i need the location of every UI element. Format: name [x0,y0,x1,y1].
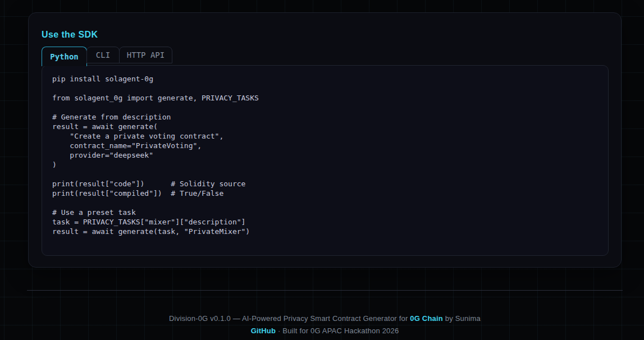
footer-credit-line: Division-0G v0.1.0 — AI-Powered Privacy … [27,315,623,323]
python-code-snippet: pip install solagent-0g from solagent_0g… [52,74,598,236]
tab-python[interactable]: Python [42,47,87,66]
site-footer: Division-0G v0.1.0 — AI-Powered Privacy … [27,290,623,335]
code-snippet-panel: pip install solagent-0g from solagent_0g… [42,65,609,256]
footer-hackathon-line: GitHub · Built for 0G APAC Hackathon 202… [27,327,623,335]
github-link[interactable]: GitHub [251,327,276,335]
footer-hackathon-text: · Built for 0G APAC Hackathon 2026 [276,327,399,335]
tab-http-api-label: HTTP API [127,50,165,59]
tab-http-api[interactable]: HTTP API [119,47,172,63]
footer-credit-author: by Sunima [443,314,481,323]
footer-credit-text: Division-0G v0.1.0 — AI-Powered Privacy … [169,314,410,323]
sdk-card: Use the SDK Python CLI HTTP API pip inst… [28,12,622,268]
main-container: Use the SDK Python CLI HTTP API pip inst… [27,12,623,335]
sdk-section-title: Use the SDK [42,29,608,40]
page: Use the SDK Python CLI HTTP API pip inst… [0,0,644,335]
tab-cli-label: CLI [96,50,110,59]
tab-python-label: Python [50,52,79,61]
tab-cli[interactable]: CLI [86,47,120,63]
sdk-tab-bar: Python CLI HTTP API [42,47,608,66]
og-chain-link[interactable]: 0G Chain [410,314,443,323]
